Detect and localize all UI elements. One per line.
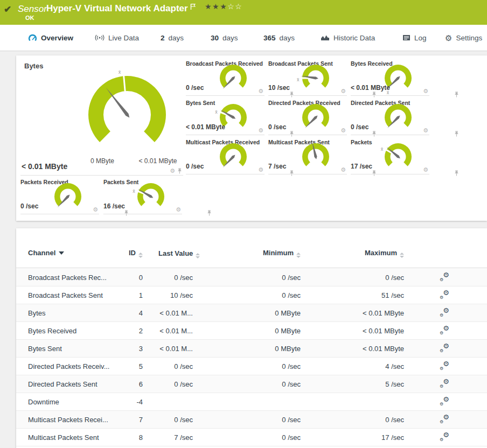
gauge-tile-broadcast-packets-sent[interactable]: Broadcast Packets Sentx̄10 /sec⚙ [268, 60, 347, 96]
pin-icon[interactable] [207, 210, 212, 216]
gauge-tile-directed-packets-sent[interactable]: Directed Packets Sent0 /sec⚙ [351, 100, 429, 135]
cell-channel: Multicast Packets Sent [28, 433, 119, 442]
pin-icon[interactable] [454, 170, 459, 176]
tile-icon-group: ⚙ [170, 168, 182, 174]
tab-label: Live Data [108, 34, 139, 42]
channel-settings-icon[interactable]: ⚙⚙ [440, 309, 449, 317]
gauge-chart [300, 142, 333, 173]
channel-settings-icon[interactable]: ⚙⚙ [440, 415, 449, 424]
pin-icon[interactable] [177, 168, 182, 174]
cell-id: 7 [119, 416, 143, 424]
tab-settings[interactable]: ⚙Settings [445, 25, 482, 51]
star-rating[interactable]: ★★★☆☆ [205, 2, 242, 11]
column-header-last-value[interactable]: Last Value [143, 249, 193, 258]
cell-channel: Directed Packets Receiv... [28, 362, 119, 370]
pin-icon[interactable] [454, 131, 459, 137]
gear-icon[interactable]: ⚙ [258, 88, 263, 94]
gauge-icon [28, 34, 37, 41]
table-row: Downtime-4⚙⚙ [16, 393, 487, 411]
gauge-tile-packets-received[interactable]: Packets Received0 /sec⚙ [20, 179, 99, 214]
gear-icon[interactable]: ⚙ [340, 167, 346, 173]
column-header-id[interactable]: ID [119, 249, 143, 258]
tab-2-days[interactable]: 2days [161, 25, 184, 51]
big-gauge-tile[interactable]: x̄ 0 MByte < 0.01 MByte < 0.01 MByte ⚙ [20, 59, 183, 176]
cell-last-value: 0 /sec [143, 380, 193, 388]
tab-label: days [169, 34, 184, 42]
tab-overview[interactable]: Overview [28, 25, 73, 51]
cell-id: -4 [119, 398, 143, 406]
tab-label: Log [414, 34, 427, 42]
star-icon[interactable]: ☆ [235, 2, 242, 11]
star-icon[interactable]: ☆ [227, 2, 235, 11]
gauge-tile-packets[interactable]: Packetsx̄17 /sec⚙ [351, 139, 429, 174]
channel-settings-icon[interactable]: ⚙⚙ [440, 362, 449, 370]
tab-bar: OverviewLive Data2days30days365daysHisto… [0, 25, 487, 51]
gauge-value: 10 /sec [268, 84, 290, 92]
star-icon[interactable]: ★ [205, 2, 212, 11]
cell-maximum: 51 /sec [301, 291, 404, 299]
gauge-tile-bytes-received[interactable]: Bytes Receivedx̄< 0.01 MByte⚙ [351, 60, 429, 96]
channel-settings-icon[interactable]: ⚙⚙ [440, 433, 449, 442]
cell-minimum: 0 MByte [193, 309, 301, 317]
cell-last-value: < 0.01 M... [143, 309, 193, 317]
tab-30-days[interactable]: 30days [211, 25, 238, 51]
gear-icon[interactable]: ⚙ [340, 88, 346, 94]
tab-historic-data[interactable]: Historic Data [321, 25, 375, 51]
broadcast-icon [95, 34, 105, 41]
gauge-label: Bytes Sent [186, 100, 215, 106]
gear-icon[interactable]: ⚙ [423, 88, 428, 94]
cell-channel: Broadcast Packets Rec... [28, 274, 119, 282]
gear-icon[interactable]: ⚙ [93, 207, 98, 213]
channel-settings-icon[interactable]: ⚙⚙ [440, 380, 449, 388]
gauge-tile-multicast-packets-sent[interactable]: Multicast Packets Sent7 /sec⚙ [268, 139, 347, 174]
priority-flag-icon[interactable] [190, 2, 196, 13]
cell-maximum: 0 /sec [301, 274, 404, 282]
column-header-maximum[interactable]: Maximum [301, 249, 404, 258]
channel-settings-icon[interactable]: ⚙⚙ [440, 273, 449, 282]
gauge-scale-max-label: < 0.01 MByte [138, 157, 177, 165]
sensor-kind-label: Sensor [18, 4, 47, 15]
channel-settings-icon[interactable]: ⚙⚙ [440, 344, 449, 353]
gear-icon: ⚙ [445, 34, 452, 42]
pin-icon[interactable] [454, 92, 459, 97]
column-header-minimum[interactable]: Minimum [193, 249, 301, 258]
gauge-value: 17 /sec [351, 163, 372, 170]
gauge-tile-broadcast-packets-received[interactable]: Broadcast Packets Received0 /sec⚙ [186, 60, 265, 96]
cell-channel: Bytes Received [28, 327, 119, 335]
gear-icon[interactable]: ⚙ [176, 207, 181, 213]
channel-table-panel: Channel ID Last Value Minimum Maximum Br… [16, 228, 487, 448]
gear-icon[interactable]: ⚙ [423, 167, 428, 173]
sensor-title-text: Hyper-V Virtual Network Adapter [46, 3, 188, 13]
channel-settings-icon[interactable]: ⚙⚙ [440, 326, 449, 335]
star-icon[interactable]: ★ [220, 2, 227, 11]
gear-icon[interactable]: ⚙ [258, 128, 263, 134]
status-check-icon: ✔ [4, 4, 11, 15]
gear-icon[interactable]: ⚙ [258, 167, 263, 173]
channel-settings-icon[interactable]: ⚙⚙ [440, 397, 449, 406]
gauge-tile-directed-packets-received[interactable]: Directed Packets Received0 /sec⚙ [268, 100, 347, 135]
gauge-value: < 0.01 MByte [351, 84, 390, 92]
tab-log[interactable]: Log [402, 25, 427, 51]
gear-icon[interactable]: ⚙ [423, 128, 428, 134]
tab-number: 30 [211, 34, 219, 42]
column-header-channel[interactable]: Channel [28, 249, 119, 257]
gear-icon[interactable]: ⚙ [340, 128, 346, 134]
gauge-value: 0 /sec [186, 163, 204, 170]
gear-icon[interactable]: ⚙ [170, 168, 175, 174]
star-icon[interactable]: ★ [212, 2, 220, 11]
cell-maximum: 17 /sec [301, 433, 404, 442]
tab-label: days [280, 34, 295, 42]
cell-last-value: < 0.01 M... [143, 327, 193, 335]
channel-settings-icon[interactable]: ⚙⚙ [440, 291, 449, 299]
tile-icon-group: ⚙ [176, 207, 181, 213]
gauge-chart [382, 103, 415, 134]
tab-365-days[interactable]: 365days [263, 25, 295, 51]
tile-icon-group: ⚙ [340, 167, 346, 173]
cell-last-value: 7 /sec [143, 433, 193, 442]
status-badge: OK [25, 15, 34, 21]
tile-icon-group: ⚙ [258, 167, 263, 173]
tab-live-data[interactable]: Live Data [95, 25, 139, 51]
gauge-tile-bytes-sent[interactable]: Bytes Sentx̄< 0.01 MByte⚙ [186, 100, 265, 135]
gauge-tile-packets-sent[interactable]: Packets Sentx̄16 /sec⚙ [103, 179, 182, 214]
gauge-tile-multicast-packets-received[interactable]: Multicast Packets Received0 /sec⚙ [186, 139, 265, 174]
